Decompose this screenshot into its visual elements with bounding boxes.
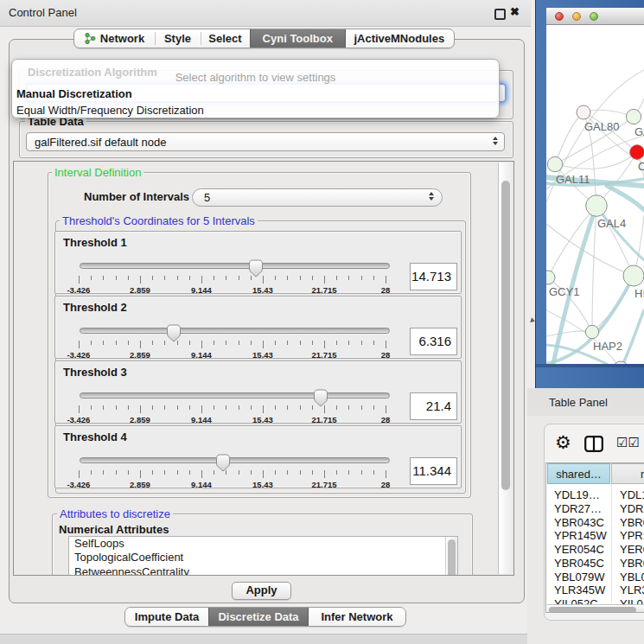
slider-thumb[interactable] <box>313 389 328 407</box>
attribute-item[interactable]: SelfLoops <box>69 537 457 551</box>
tick-label: 9.144 <box>191 350 212 360</box>
attribute-item[interactable]: BetweennessCentrality <box>69 565 457 576</box>
minor-tick <box>103 405 104 410</box>
tab-network[interactable]: Network <box>74 29 155 48</box>
network-node-gal4[interactable] <box>586 195 608 217</box>
scrollbar-thumb[interactable] <box>549 607 636 613</box>
cell-shared-name: YBR043C <box>554 516 604 529</box>
number-of-intervals-combobox[interactable]: 5 <box>192 188 443 207</box>
table-row[interactable]: YBR043CYBR0 <box>547 515 644 529</box>
slider-thumb[interactable] <box>248 259 264 277</box>
slider-thumb[interactable] <box>215 454 231 472</box>
window-zoom-icon[interactable] <box>590 12 598 21</box>
minor-tick <box>361 405 362 410</box>
dropdown-option-equal-width-frequency-discretization[interactable]: Equal Width/Frequency Discretization <box>12 102 499 118</box>
table-row[interactable]: YDL19…YDL1 <box>547 488 644 501</box>
tab-jactivemnodules[interactable]: jActiveMNodules <box>346 29 453 48</box>
major-tick <box>263 470 264 478</box>
table-horizontal-scrollbar[interactable] <box>547 604 644 613</box>
interval-definition-group-title: Interval Definition <box>52 166 143 179</box>
dropdown-option-manual-discretization[interactable]: Manual Discretization <box>12 86 499 102</box>
gear-icon[interactable]: ⚙ <box>555 433 571 452</box>
major-tick <box>386 276 386 284</box>
threshold-row-3: Threshold 3-3.4262.8599.14415.4321.71528… <box>54 360 462 424</box>
minor-tick <box>103 341 104 345</box>
minor-tick <box>336 341 337 345</box>
minor-tick <box>128 341 129 345</box>
column-header-name[interactable]: na <box>611 463 644 484</box>
network-node-ga[interactable] <box>626 109 641 124</box>
tab-impute-data[interactable]: Impute Data <box>125 608 208 626</box>
attributes-list-scrollbar[interactable] <box>445 537 457 576</box>
slider-track[interactable] <box>80 263 390 269</box>
table-row[interactable]: YLR345WYLR3 <box>547 583 644 596</box>
minor-tick <box>177 470 178 475</box>
tab-style[interactable]: Style <box>155 29 201 48</box>
threshold-value-field[interactable]: 6.316 <box>410 328 457 355</box>
network-edge-highlighted <box>621 310 644 364</box>
network-canvas[interactable]: GAL80GACGAL11GAL4GCY1HIHAP2 <box>546 25 644 364</box>
scrollbar-thumb[interactable] <box>448 539 456 576</box>
slider-track[interactable] <box>80 457 390 463</box>
network-node-gal11[interactable] <box>547 156 562 171</box>
tab-cyni-toolbox[interactable]: Cyni Toolbox <box>250 29 346 48</box>
attributes-group-title: Attributes to discretize <box>57 507 173 520</box>
column-header-shared-name[interactable]: shared… <box>547 463 610 484</box>
number-of-intervals-value: 5 <box>204 191 210 204</box>
scrollbar-thumb[interactable] <box>501 181 510 490</box>
tab-discretize-data[interactable]: Discretize Data <box>208 608 309 626</box>
node-table[interactable]: shared… na YDL19…YDL1YDR27…YDR2YBR043CYB… <box>545 462 644 613</box>
network-node-label: HI <box>634 287 644 300</box>
minor-tick <box>164 470 165 475</box>
minor-tick <box>152 341 153 345</box>
slider-track[interactable] <box>80 328 390 334</box>
minor-tick <box>336 405 337 410</box>
network-node-hi[interactable] <box>623 265 644 286</box>
table-row[interactable]: YBR045CYBR0 <box>547 556 644 570</box>
minor-tick <box>239 470 239 475</box>
table-data-combobox[interactable]: galFiltered.sif default node <box>26 132 505 151</box>
major-tick <box>386 341 386 348</box>
window-minimize-icon[interactable] <box>572 12 581 21</box>
settings-scrollbar[interactable] <box>498 163 513 574</box>
combobox-arrows-icon <box>428 192 434 201</box>
slider-track[interactable] <box>80 392 390 399</box>
cell-name: YLR3 <box>620 583 644 596</box>
tick-label: 21.715 <box>311 415 336 424</box>
cell-name: YIL0 <box>620 597 643 604</box>
float-window-icon[interactable] <box>494 9 506 20</box>
table-row[interactable]: YER054CYER0 <box>547 542 644 556</box>
network-node-hap2[interactable] <box>585 325 598 338</box>
major-tick <box>201 341 202 348</box>
table-row[interactable]: YBL079WYBL0 <box>547 570 644 583</box>
tick-label: 2.859 <box>130 480 150 489</box>
close-icon[interactable]: ✖ <box>510 5 520 18</box>
slider-thumb[interactable] <box>166 324 182 342</box>
apply-button[interactable]: Apply <box>232 582 291 600</box>
threshold-value-field[interactable]: 14.713 <box>410 263 457 290</box>
tick-label: 15.43 <box>252 415 273 424</box>
select-columns-icon[interactable]: ☑☑ <box>616 435 640 450</box>
numerical-attributes-list[interactable]: SelfLoopsTopologicalCoefficientBetweenne… <box>68 536 458 576</box>
network-node-label: GAL4 <box>597 217 626 230</box>
network-node-gal80[interactable] <box>577 105 590 119</box>
minor-tick <box>275 470 276 475</box>
table-row[interactable]: YPR145WYPR1 <box>547 528 644 542</box>
window-close-icon[interactable] <box>555 12 564 21</box>
attribute-item[interactable]: TopologicalCoefficient <box>69 551 457 564</box>
columns-icon[interactable] <box>584 436 603 452</box>
tick-label: 21.715 <box>311 350 336 360</box>
tick-label: 28 <box>381 350 391 360</box>
threshold-value-field[interactable]: 11.344 <box>410 457 457 485</box>
major-tick <box>79 405 80 413</box>
major-tick <box>79 341 80 348</box>
number-of-intervals-label: Number of Intervals <box>84 190 189 203</box>
table-row[interactable]: YIL052CYIL0 <box>547 596 644 604</box>
tick-label: 21.715 <box>311 285 336 295</box>
threshold-value-field[interactable]: 21.4 <box>410 392 457 420</box>
tab-select[interactable]: Select <box>201 29 250 48</box>
tab-infer-network[interactable]: Infer Network <box>309 608 405 626</box>
tick-label: 21.715 <box>311 480 336 489</box>
network-node-c[interactable] <box>630 145 644 160</box>
table-row[interactable]: YDR27…YDR2 <box>547 501 644 515</box>
